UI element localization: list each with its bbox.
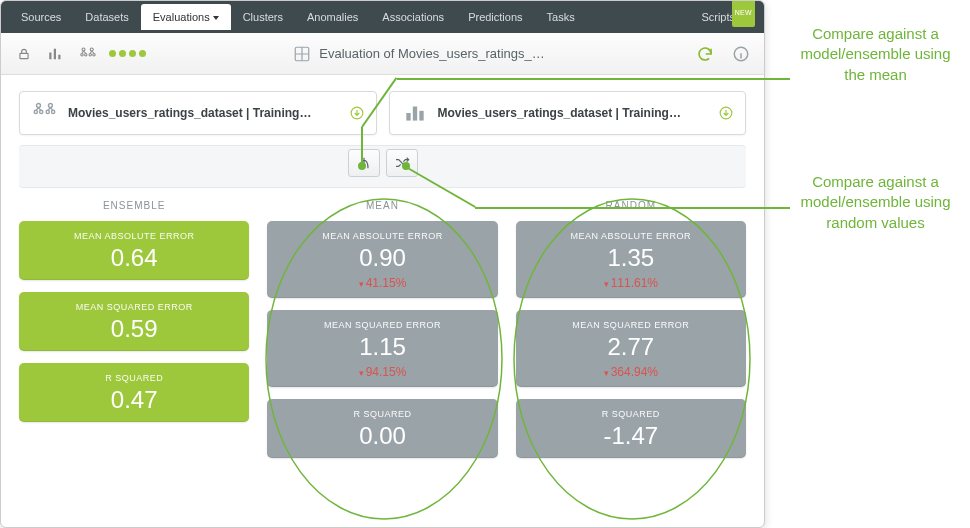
metric-value: 0.59: [19, 315, 249, 343]
metric-value: 0.90: [267, 244, 497, 272]
nav-scripts[interactable]: Scripts NEW: [689, 4, 756, 30]
svg-point-15: [48, 103, 52, 107]
metric-value: -1.47: [516, 422, 746, 450]
metric-label: MEAN SQUARED ERROR: [267, 320, 497, 330]
status-dots-icon: [109, 50, 146, 57]
ensemble-column: ENSEMBLE MEAN ABSOLUTE ERROR 0.64 MEAN S…: [19, 194, 249, 470]
svg-rect-3: [58, 54, 60, 59]
random-column: RANDOM MEAN ABSOLUTE ERROR 1.35 111.61% …: [516, 194, 746, 470]
nav-tasks[interactable]: Tasks: [535, 4, 587, 30]
metric-label: MEAN ABSOLUTE ERROR: [267, 231, 497, 241]
down-arrow-icon: [719, 106, 733, 120]
dataset-right-label: Movies_users_ratings_dataset | Training…: [438, 106, 710, 120]
dataset-left-label: Movies_users_ratings_dataset | Training…: [68, 106, 340, 120]
metric-label: MEAN ABSOLUTE ERROR: [516, 231, 746, 241]
nav-datasets[interactable]: Datasets: [73, 4, 140, 30]
dataset-card-right[interactable]: Movies_users_ratings_dataset | Training…: [389, 91, 747, 135]
dataset-row: Movies_users_ratings_dataset | Training……: [1, 75, 764, 145]
metric-value: 0.00: [267, 422, 497, 450]
svg-point-13: [34, 110, 37, 113]
svg-point-8: [89, 53, 91, 55]
ensemble-header: ENSEMBLE: [19, 194, 249, 221]
metric-value: 2.77: [516, 333, 746, 361]
svg-point-14: [40, 110, 43, 113]
nav-anomalies[interactable]: Anomalies: [295, 4, 370, 30]
dataset-card-left[interactable]: Movies_users_ratings_dataset | Training…: [19, 91, 377, 135]
metric-value: 1.15: [267, 333, 497, 361]
refresh-icon[interactable]: [692, 41, 718, 67]
metric-label: R SQUARED: [267, 409, 497, 419]
nav-sources[interactable]: Sources: [9, 4, 73, 30]
metric-label: R SQUARED: [516, 409, 746, 419]
svg-point-17: [52, 110, 55, 113]
ensemble-tree-icon: [32, 100, 58, 126]
nav-clusters[interactable]: Clusters: [231, 4, 295, 30]
ensemble-r2-card: R SQUARED 0.47: [19, 363, 249, 422]
toolbar: Evaluation of Movies_users_ratings_…: [1, 33, 764, 75]
histogram-icon: [402, 100, 428, 126]
metric-label: MEAN SQUARED ERROR: [516, 320, 746, 330]
connector-line: [397, 78, 790, 80]
svg-rect-20: [412, 107, 416, 121]
nav-scripts-label: Scripts: [701, 11, 735, 23]
metric-delta: 364.94%: [516, 365, 746, 379]
nav-associations[interactable]: Associations: [370, 4, 456, 30]
metric-delta: 41.15%: [267, 276, 497, 290]
svg-point-4: [82, 48, 85, 51]
metric-delta: 111.61%: [516, 276, 746, 290]
metric-label: MEAN ABSOLUTE ERROR: [19, 231, 249, 241]
page-title: Evaluation of Movies_users_ratings_…: [152, 45, 686, 63]
svg-rect-19: [406, 113, 410, 121]
lock-icon[interactable]: [11, 41, 37, 67]
nav-predictions[interactable]: Predictions: [456, 4, 534, 30]
down-arrow-icon: [350, 106, 364, 120]
barchart-icon[interactable]: [43, 41, 69, 67]
svg-point-16: [46, 110, 49, 113]
random-r2-card: R SQUARED -1.47: [516, 399, 746, 458]
random-mse-card: MEAN SQUARED ERROR 2.77 364.94%: [516, 310, 746, 387]
nav-evaluations[interactable]: Evaluations: [141, 4, 231, 30]
mean-column: MEAN MEAN ABSOLUTE ERROR 0.90 41.15% MEA…: [267, 194, 497, 470]
mode-toggle: [19, 145, 746, 188]
mean-mae-card: MEAN ABSOLUTE ERROR 0.90 41.15%: [267, 221, 497, 298]
annotation-random: Compare against a model/ensemble using r…: [788, 172, 963, 233]
random-mode-button[interactable]: [386, 149, 418, 177]
new-badge: NEW: [732, 0, 755, 27]
ensemble-icon[interactable]: [75, 41, 101, 67]
metric-label: MEAN SQUARED ERROR: [19, 302, 249, 312]
svg-point-9: [93, 53, 95, 55]
info-icon[interactable]: [728, 41, 754, 67]
chevron-down-icon: [213, 16, 219, 20]
metric-value: 1.35: [516, 244, 746, 272]
annotation-mean: Compare against a model/ensemble using t…: [788, 24, 963, 85]
svg-rect-21: [419, 111, 423, 121]
page-title-text: Evaluation of Movies_users_ratings_…: [319, 46, 544, 61]
metric-label: R SQUARED: [19, 373, 249, 383]
mean-mse-card: MEAN SQUARED ERROR 1.15 94.15%: [267, 310, 497, 387]
metric-delta: 94.15%: [267, 365, 497, 379]
connector-line: [361, 127, 363, 167]
ensemble-mse-card: MEAN SQUARED ERROR 0.59: [19, 292, 249, 351]
svg-rect-0: [20, 53, 28, 58]
svg-rect-2: [54, 48, 56, 59]
metric-value: 0.47: [19, 386, 249, 414]
svg-point-6: [85, 53, 87, 55]
evaluation-icon: [293, 45, 311, 63]
random-mae-card: MEAN ABSOLUTE ERROR 1.35 111.61%: [516, 221, 746, 298]
svg-point-7: [90, 48, 93, 51]
mean-r2-card: R SQUARED 0.00: [267, 399, 497, 458]
ensemble-mae-card: MEAN ABSOLUTE ERROR 0.64: [19, 221, 249, 280]
metric-value: 0.64: [19, 244, 249, 272]
svg-rect-1: [49, 52, 51, 59]
metrics-columns: ENSEMBLE MEAN ABSOLUTE ERROR 0.64 MEAN S…: [1, 188, 764, 488]
connector-line: [475, 207, 790, 209]
top-nav: Sources Datasets Evaluations Clusters An…: [1, 1, 764, 33]
svg-point-12: [37, 103, 41, 107]
svg-point-5: [81, 53, 83, 55]
nav-evaluations-label: Evaluations: [153, 11, 210, 23]
